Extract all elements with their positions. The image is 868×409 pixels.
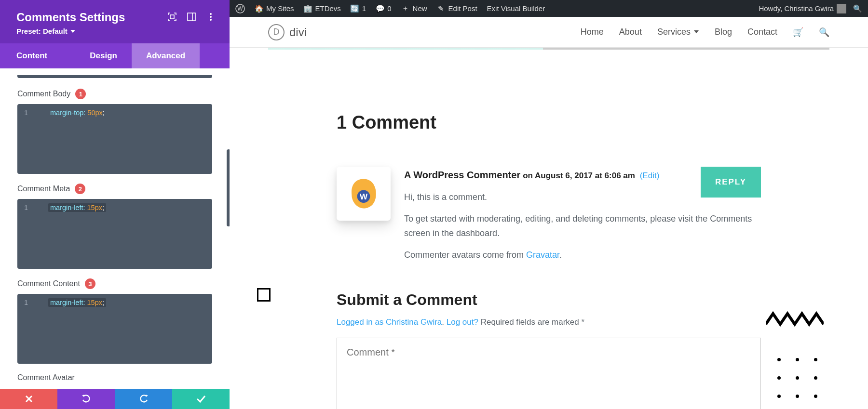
updates-count: 1	[362, 4, 366, 13]
comment-item: W A WordPress Commenter on August 6, 201…	[337, 167, 761, 262]
p3c: .	[559, 250, 562, 260]
updates-link[interactable]: 🔄1	[351, 4, 366, 13]
howdy-link[interactable]: Howdy, Christina Gwira	[759, 4, 846, 13]
css-end: ;	[102, 204, 104, 211]
css-end: ;	[102, 299, 104, 306]
brand-logo-icon: D	[268, 24, 285, 40]
page-preview: W 🏠My Sites 🏢ETDevs 🔄1 💬0 ＋New ✎Edit Pos…	[230, 0, 868, 409]
site-brand[interactable]: D divi	[268, 24, 307, 40]
columns-icon[interactable]	[187, 13, 196, 21]
settings-sidebar: Comments Settings Preset: Default Conten…	[0, 0, 230, 409]
save-button[interactable]	[172, 389, 230, 409]
nav-services-text: Services	[657, 27, 691, 37]
on-word: on	[523, 171, 535, 180]
required-note: Required fields are marked *	[478, 317, 584, 327]
svg-rect-1	[188, 13, 195, 21]
field-label: Comment Content 3	[17, 278, 212, 289]
css-val: 50px	[85, 109, 102, 117]
css-editor-content[interactable]: 1 margin-left: 15px;	[17, 294, 212, 364]
search-icon[interactable]: 🔍	[853, 4, 862, 13]
updates-icon: 🔄	[351, 4, 359, 13]
nav-about[interactable]: About	[619, 27, 642, 37]
new-text: New	[413, 4, 427, 13]
comments-heading: 1 Comment	[337, 112, 761, 133]
field-label: Comment Body 1	[17, 89, 212, 99]
sidebar-header-icons	[168, 13, 215, 21]
my-sites-link[interactable]: 🏠My Sites	[255, 4, 294, 13]
comment-paragraph: To get started with moderating, editing,…	[404, 211, 761, 241]
field-comment-meta: Comment Meta 2 1 margin-left: 15px;	[17, 184, 212, 269]
logout-link[interactable]: Log out?	[447, 317, 478, 327]
caret-down-icon	[70, 29, 75, 34]
gravatar-link[interactable]: Gravatar	[526, 250, 559, 260]
exit-vb-text: Exit Visual Builder	[487, 4, 545, 13]
edit-post-link[interactable]: ✎Edit Post	[437, 4, 477, 13]
logged-in-note: Logged in as Christina Gwira. Log out? R…	[337, 317, 761, 327]
tab-content[interactable]: Content	[0, 43, 62, 68]
css-editor-meta[interactable]: 1 margin-left: 15px;	[17, 199, 212, 269]
svg-point-3	[210, 13, 212, 15]
site-name-link[interactable]: 🏢ETDevs	[304, 4, 341, 13]
plus-icon: ＋	[401, 4, 410, 13]
site-header: D divi Home About Services Blog Contact …	[230, 17, 868, 48]
label-text: Comment Meta	[17, 185, 70, 193]
avatar-icon	[837, 4, 846, 13]
comment-textarea[interactable]	[337, 338, 761, 409]
decorative-dots	[777, 358, 824, 404]
svg-point-5	[210, 19, 212, 21]
p3a: Commenter avatars come from	[404, 250, 526, 260]
kebab-menu-icon[interactable]	[206, 13, 215, 21]
nav-contact[interactable]: Contact	[747, 27, 777, 37]
site-name-text: ETDevs	[315, 4, 341, 13]
prev-box-edge	[17, 75, 212, 78]
pencil-icon: ✎	[437, 4, 446, 13]
decorative-zigzag	[766, 310, 824, 329]
sidebar-body[interactable]: Comment Body 1 1 margin-top: 50px; Comme…	[0, 68, 230, 409]
label-text: Comment Content	[17, 279, 80, 288]
field-label: Comment Avatar	[17, 373, 212, 382]
new-link[interactable]: ＋New	[401, 4, 427, 13]
edit-text: (Edit)	[640, 171, 660, 180]
exit-visual-builder-link[interactable]: Exit Visual Builder	[487, 4, 545, 13]
css-prop: margin-left:	[50, 204, 85, 211]
chevron-down-icon	[693, 27, 699, 37]
comment-paragraph: Commenter avatars come from Gravatar.	[404, 248, 761, 263]
svg-text:W: W	[360, 192, 368, 201]
comment-author[interactable]: A WordPress Commenter	[404, 170, 520, 180]
comment-icon: 💬	[376, 4, 384, 13]
brand-text: divi	[289, 26, 307, 39]
comments-link[interactable]: 💬0	[376, 4, 391, 13]
tab-advanced[interactable]: Advanced	[132, 43, 200, 68]
nav-blog[interactable]: Blog	[715, 27, 732, 37]
svg-point-4	[210, 16, 212, 18]
nav-home[interactable]: Home	[581, 27, 604, 37]
search-icon[interactable]: 🔍	[819, 27, 829, 38]
css-val: 15px	[85, 204, 102, 211]
svg-rect-0	[170, 15, 174, 19]
comment-date: August 6, 2017 at 6:06 am	[535, 171, 635, 180]
tab-design[interactable]: Design	[75, 43, 132, 68]
edit-post-text: Edit Post	[448, 4, 477, 13]
wp-logo-icon[interactable]: W	[235, 4, 245, 13]
howdy-text: Howdy, Christina Gwira	[759, 4, 834, 13]
field-comment-avatar: Comment Avatar	[17, 373, 212, 382]
cart-icon[interactable]: 🛒	[793, 27, 803, 38]
settings-tabs: Content Design Advanced	[0, 43, 230, 68]
logged-in-link[interactable]: Logged in as Christina Gwira	[337, 317, 442, 327]
css-prop: margin-top:	[50, 109, 85, 117]
undo-button[interactable]	[57, 389, 115, 409]
edit-comment-link[interactable]: (Edit)	[637, 171, 659, 180]
preset-label: Preset: Default	[16, 27, 68, 35]
discard-button[interactable]	[0, 389, 57, 409]
line-number: 1	[24, 204, 48, 211]
nav-services[interactable]: Services	[657, 27, 699, 37]
expand-icon[interactable]	[168, 13, 176, 21]
css-editor-body[interactable]: 1 margin-top: 50px;	[17, 104, 212, 174]
reply-button[interactable]: REPLY	[701, 167, 761, 198]
step-badge-1: 1	[75, 89, 86, 99]
sidebar-header: Comments Settings Preset: Default	[0, 0, 230, 43]
commenter-avatar: W	[337, 167, 391, 221]
preset-selector[interactable]: Preset: Default	[16, 27, 75, 35]
dashboard-icon: 🏢	[304, 4, 312, 13]
redo-button[interactable]	[115, 389, 172, 409]
